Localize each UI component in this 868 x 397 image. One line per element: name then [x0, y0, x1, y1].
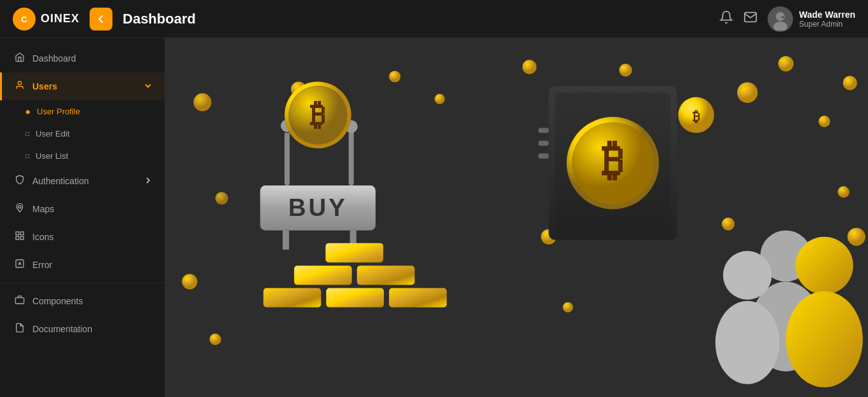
- svg-point-66: [715, 301, 780, 384]
- svg-rect-50: [325, 243, 383, 262]
- user-name: Wade Warren: [799, 10, 855, 20]
- diamond-icon: ◆: [25, 108, 31, 115]
- sidebar-label-documentation: Documentation: [32, 324, 152, 334]
- sidebar-item-documentation[interactable]: Documentation: [0, 315, 165, 343]
- sidebar-item-components[interactable]: Components: [0, 287, 165, 315]
- sidebar-item-user-edit[interactable]: □ User Edit: [0, 123, 165, 145]
- home-icon: [15, 52, 25, 65]
- svg-text:C: C: [21, 15, 27, 24]
- page-title: Dashboard: [123, 11, 196, 27]
- sidebar-item-icons[interactable]: Icons: [0, 223, 165, 251]
- svg-rect-49: [357, 266, 415, 285]
- svg-point-28: [843, 76, 857, 90]
- header-right: Wade Warren Super Admin: [719, 6, 855, 32]
- layout: Dashboard Users ◆ User Profile: [0, 38, 868, 397]
- svg-point-64: [786, 292, 863, 387]
- sidebar-item-maps[interactable]: Maps: [0, 195, 165, 223]
- svg-text:BUY: BUY: [288, 194, 348, 221]
- components-icon: [15, 295, 25, 307]
- shield-icon: [15, 175, 25, 187]
- svg-text:₿: ₿: [310, 97, 325, 131]
- main-content: ₿ BUY: [165, 38, 868, 397]
- map-icon: [15, 203, 25, 215]
- sidebar-item-dashboard[interactable]: Dashboard: [0, 44, 165, 72]
- svg-point-17: [194, 93, 212, 111]
- svg-text:₿: ₿: [693, 109, 700, 124]
- svg-point-27: [818, 116, 830, 127]
- svg-point-7: [18, 206, 21, 208]
- svg-point-22: [522, 60, 536, 74]
- users-submenu: ◆ User Profile □ User Edit □ User List: [0, 100, 165, 167]
- svg-rect-48: [294, 266, 352, 285]
- dashboard-illustration: ₿ BUY: [165, 38, 868, 397]
- user-role: Super Admin: [799, 20, 855, 29]
- svg-rect-10: [20, 236, 24, 239]
- sidebar-item-user-list[interactable]: □ User List: [0, 145, 165, 167]
- svg-rect-11: [16, 236, 19, 239]
- sidebar: Dashboard Users ◆ User Profile: [0, 38, 165, 397]
- svg-point-5: [782, 16, 784, 18]
- back-button[interactable]: [90, 8, 112, 30]
- sidebar-label-user-edit: User Edit: [36, 129, 69, 138]
- chevron-right-icon: [144, 177, 152, 186]
- svg-rect-54: [538, 140, 548, 145]
- square-icon-list: □: [25, 152, 29, 159]
- square-icon-edit: □: [25, 130, 29, 137]
- sidebar-label-authentication: Authentication: [32, 176, 137, 186]
- sidebar-item-error[interactable]: Error: [0, 251, 165, 279]
- svg-point-26: [778, 56, 794, 71]
- svg-point-63: [796, 237, 853, 295]
- sidebar-item-authentication[interactable]: Authentication: [0, 167, 165, 195]
- sidebar-label-dashboard: Dashboard: [32, 53, 152, 64]
- svg-point-31: [563, 302, 573, 313]
- sidebar-divider: [0, 283, 165, 283]
- avatar: [768, 6, 793, 32]
- sidebar-item-users[interactable]: Users: [0, 72, 165, 100]
- x-square-icon: [15, 259, 25, 271]
- svg-point-18: [215, 192, 228, 205]
- svg-point-24: [619, 64, 632, 76]
- logo-text: OINEX: [41, 12, 79, 25]
- svg-rect-33: [285, 128, 290, 185]
- user-info: Wade Warren Super Admin: [799, 10, 855, 29]
- users-icon: [15, 80, 25, 93]
- svg-point-69: [837, 186, 849, 198]
- svg-point-20: [389, 71, 400, 82]
- user-profile-button[interactable]: Wade Warren Super Admin: [768, 6, 855, 32]
- svg-rect-53: [538, 128, 548, 133]
- svg-point-67: [722, 218, 735, 231]
- svg-rect-8: [16, 232, 19, 235]
- svg-point-25: [737, 83, 757, 103]
- svg-point-29: [182, 274, 197, 289]
- svg-rect-15: [15, 298, 24, 304]
- sidebar-label-maps: Maps: [32, 204, 152, 214]
- header-left: C OINEX Dashboard: [13, 8, 196, 30]
- chevron-down-icon: [144, 82, 152, 91]
- svg-rect-47: [389, 288, 447, 307]
- sidebar-label-icons: Icons: [32, 232, 152, 242]
- svg-rect-9: [20, 232, 24, 235]
- sidebar-item-user-profile[interactable]: ◆ User Profile: [0, 100, 165, 123]
- svg-point-65: [723, 251, 772, 300]
- sidebar-label-users: Users: [32, 81, 137, 91]
- sidebar-label-user-list: User List: [36, 151, 68, 161]
- svg-rect-36: [349, 128, 354, 185]
- header: C OINEX Dashboard: [0, 0, 868, 38]
- svg-text:₿: ₿: [602, 136, 623, 185]
- svg-point-21: [435, 94, 445, 104]
- sidebar-label-components: Components: [32, 296, 152, 306]
- grid-icon: [15, 231, 25, 243]
- logo-icon: C: [13, 8, 36, 30]
- sidebar-label-user-profile: User Profile: [37, 107, 80, 116]
- logo: C OINEX: [13, 8, 79, 30]
- svg-point-6: [18, 81, 21, 84]
- dashboard-banner: ₿ BUY: [165, 38, 868, 397]
- mail-icon[interactable]: [743, 10, 757, 27]
- bell-icon[interactable]: [719, 10, 733, 27]
- sidebar-label-error: Error: [32, 260, 152, 270]
- svg-rect-43: [283, 231, 289, 250]
- svg-rect-46: [326, 288, 384, 307]
- svg-point-68: [848, 228, 865, 246]
- svg-rect-55: [538, 154, 548, 159]
- svg-rect-45: [263, 288, 321, 307]
